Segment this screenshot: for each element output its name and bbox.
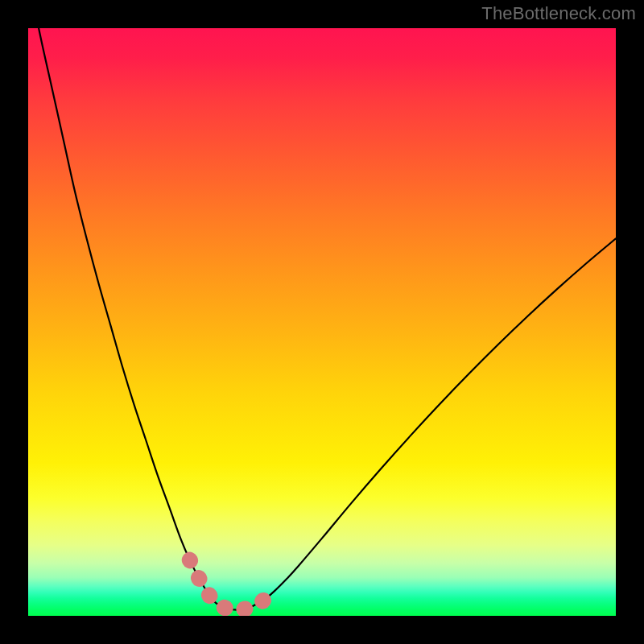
curve-svg <box>28 28 616 616</box>
bottleneck-curve <box>28 28 616 610</box>
watermark-text: TheBottleneck.com <box>481 3 636 24</box>
plot-area <box>28 28 616 616</box>
chart-frame: TheBottleneck.com <box>0 0 644 644</box>
optimal-zone-overlay <box>190 560 275 610</box>
